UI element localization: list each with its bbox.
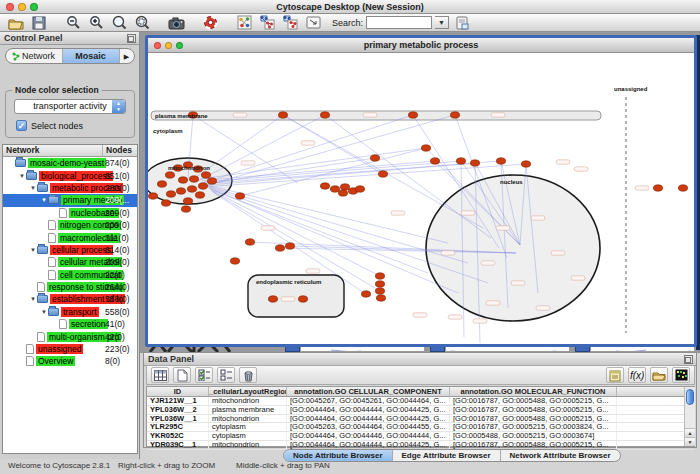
- network-node[interactable]: [235, 193, 244, 199]
- zoom-window-button[interactable]: [30, 3, 38, 11]
- tree-row[interactable]: cellular metabol209(0): [3, 256, 137, 268]
- tabs-overflow-arrow-icon[interactable]: ▶: [120, 49, 134, 63]
- column-nodes[interactable]: Nodes: [103, 145, 137, 156]
- network-nodes[interactable]: [148, 112, 687, 302]
- network-node[interactable]: [320, 112, 329, 118]
- matrix-icon[interactable]: [672, 367, 690, 383]
- network-node[interactable]: [201, 172, 210, 178]
- network-node[interactable]: [430, 158, 439, 164]
- close-window-button[interactable]: [154, 42, 161, 49]
- tree-row[interactable]: Overview8(0): [3, 355, 137, 367]
- network-node[interactable]: [378, 171, 387, 177]
- network-node[interactable]: [340, 184, 349, 190]
- network-node[interactable]: [521, 161, 530, 167]
- expanded-triangle-icon[interactable]: ▼: [29, 247, 37, 253]
- save-icon[interactable]: [29, 15, 49, 31]
- network-node[interactable]: [421, 145, 430, 151]
- network-node[interactable]: [275, 245, 284, 251]
- network-node[interactable]: [361, 291, 370, 297]
- search-input[interactable]: [366, 16, 432, 29]
- tree-row[interactable]: mosaic-demo-yeast874(0): [3, 157, 137, 169]
- network-node[interactable]: [470, 160, 479, 166]
- network-node[interactable]: [181, 206, 190, 212]
- table-row[interactable]: YJR121W__1mitochondrion[GO:0045267, GO:0…: [147, 397, 694, 406]
- zoom-fit-icon[interactable]: [109, 15, 129, 31]
- network-node[interactable]: [653, 185, 662, 191]
- tab-node-attribute-browser[interactable]: Node Attribute Browser: [284, 450, 393, 461]
- network-node[interactable]: [157, 181, 166, 187]
- node-color-dropdown[interactable]: transporter activity ▲▼: [14, 99, 126, 114]
- table-row[interactable]: YPL036W__1mitochondrion[GO:0044464, GO:0…: [147, 415, 694, 424]
- network-node[interactable]: [198, 183, 207, 189]
- network-node[interactable]: [375, 281, 384, 287]
- table-column-header[interactable]: annotation.GO CELLULAR_COMPONENT: [287, 387, 450, 396]
- copy-network-icon[interactable]: [280, 15, 300, 31]
- network-node[interactable]: [278, 112, 287, 118]
- tree-row[interactable]: ▼primary metabo209(...: [3, 194, 137, 206]
- table-column-header[interactable]: annotation.GO MOLECULAR_FUNCTION: [450, 387, 617, 396]
- select-attributes-icon[interactable]: [195, 367, 213, 383]
- tree-row[interactable]: response to stimulu264(0): [3, 281, 137, 293]
- network-node[interactable]: [166, 191, 175, 197]
- tab-network-attribute-browser[interactable]: Network Attribute Browser: [501, 450, 620, 461]
- snapshot-camera-icon[interactable]: [166, 15, 186, 31]
- unselect-attributes-icon[interactable]: [217, 367, 235, 383]
- network-node[interactable]: [376, 295, 385, 301]
- expanded-triangle-icon[interactable]: ▼: [40, 309, 48, 315]
- notepad-icon[interactable]: [606, 367, 624, 383]
- float-panel-icon[interactable]: [127, 34, 136, 43]
- open-icon[interactable]: [6, 15, 26, 31]
- network-node[interactable]: [355, 186, 364, 192]
- tree-row[interactable]: ▼cellular process614(0): [3, 244, 137, 256]
- table-column-header[interactable]: ID: [147, 387, 209, 396]
- network-node[interactable]: [268, 296, 277, 302]
- network-node[interactable]: [375, 288, 384, 294]
- zoom-window-button[interactable]: [176, 42, 183, 49]
- network-node[interactable]: [370, 155, 379, 161]
- tab-network[interactable]: Network: [6, 49, 63, 63]
- network-node[interactable]: [161, 200, 170, 206]
- tree-row[interactable]: nucleobase-209(0): [3, 207, 137, 219]
- zoom-selected-icon[interactable]: [132, 15, 152, 31]
- delete-attribute-icon[interactable]: [239, 367, 257, 383]
- network-from-selection-icon[interactable]: [234, 15, 254, 31]
- tree-row[interactable]: ▼transport558(0): [3, 306, 137, 318]
- tree-row[interactable]: cell communicat22(0): [3, 269, 137, 281]
- annotation-page-icon[interactable]: [303, 15, 323, 31]
- network-view-window[interactable]: primary metabolic process plasma membran…: [145, 35, 697, 347]
- network-node[interactable]: [176, 188, 185, 194]
- search-dropdown-arrow[interactable]: ▼: [435, 16, 449, 29]
- expanded-triangle-icon[interactable]: ▼: [29, 185, 37, 191]
- help-ring-icon[interactable]: [200, 15, 220, 31]
- network-node[interactable]: [320, 183, 329, 189]
- float-panel-icon[interactable]: [684, 355, 693, 364]
- table-row[interactable]: YPL036W__2plasma membrane[GO:0044464, GO…: [147, 406, 694, 415]
- network-node[interactable]: [678, 185, 687, 191]
- tree-row[interactable]: secretion41(0): [3, 318, 137, 330]
- network-node[interactable]: [230, 258, 239, 264]
- network-node[interactable]: [195, 192, 204, 198]
- network-node[interactable]: [183, 198, 192, 204]
- tree-row[interactable]: multi-organism pro42(0): [3, 330, 137, 342]
- network-node[interactable]: [330, 186, 339, 192]
- scroll-up-icon[interactable]: ▲: [685, 428, 695, 437]
- import-folder-icon[interactable]: [650, 367, 668, 383]
- search-options-icon[interactable]: [452, 15, 472, 31]
- network-node[interactable]: [456, 158, 465, 164]
- tab-mosaic[interactable]: Mosaic: [63, 49, 120, 63]
- minimize-window-button[interactable]: [165, 42, 172, 49]
- network-node[interactable]: [165, 172, 174, 178]
- network-node[interactable]: [298, 296, 307, 302]
- network-node[interactable]: [285, 243, 294, 249]
- network-node[interactable]: [187, 186, 196, 192]
- network-node[interactable]: [245, 239, 254, 245]
- copy-network-view-icon[interactable]: [257, 15, 277, 31]
- tree-row[interactable]: unassigned223(0): [3, 343, 137, 355]
- dropdown-stepper-icon[interactable]: ▲▼: [112, 100, 125, 113]
- network-canvas[interactable]: plasma membrane cytoplasm mitochondrion …: [148, 53, 694, 344]
- minimize-window-button[interactable]: [18, 3, 26, 11]
- scroll-down-icon[interactable]: ▼: [685, 437, 695, 446]
- window-controls[interactable]: [6, 3, 38, 11]
- tree-row[interactable]: nitrogen compo209(0): [3, 219, 137, 231]
- expanded-triangle-icon[interactable]: ▼: [29, 296, 37, 302]
